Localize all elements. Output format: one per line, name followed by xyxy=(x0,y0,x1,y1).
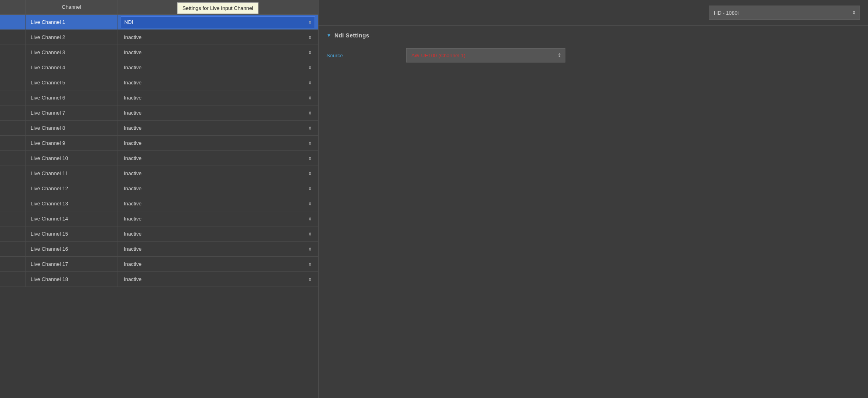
channel-column-label: Channel xyxy=(62,4,81,10)
row-channel-name: Live Channel 17 xyxy=(26,257,117,271)
row-type-cell: InactiveNDIRTSPCapture CardFile xyxy=(117,45,318,60)
row-number xyxy=(0,196,26,211)
resolution-select[interactable]: HD - 1080iHD - 720pSD - 480iSD - 576i4K … xyxy=(709,6,860,20)
row-type-cell: InactiveNDIRTSPCapture CardFile xyxy=(117,151,318,166)
type-select[interactable]: InactiveNDIRTSPCapture CardFile xyxy=(121,243,315,255)
row-channel-name: Live Channel 4 xyxy=(26,60,117,75)
row-number xyxy=(0,45,26,60)
type-select[interactable]: InactiveNDIRTSPCapture CardFile xyxy=(121,168,315,179)
row-channel-name: Live Channel 7 xyxy=(26,105,117,120)
source-label: Source xyxy=(326,53,406,59)
type-select[interactable]: InactiveNDIRTSPCapture CardFile xyxy=(121,213,315,225)
row-channel-name: Live Channel 5 xyxy=(26,75,117,90)
row-channel-name: Live Channel 15 xyxy=(26,226,117,241)
col-number-header xyxy=(0,0,26,14)
row-channel-name: Live Channel 11 xyxy=(26,166,117,181)
channel-row[interactable]: Live Channel 12InactiveNDIRTSPCapture Ca… xyxy=(0,181,318,196)
type-select[interactable]: InactiveNDIRTSPCapture CardFile xyxy=(121,16,315,28)
row-channel-name: Live Channel 8 xyxy=(26,121,117,135)
type-select[interactable]: InactiveNDIRTSPCapture CardFile xyxy=(121,31,315,43)
main-container: Channel Type Settings for Live Input Cha… xyxy=(0,0,868,398)
type-column-label: Type xyxy=(212,4,223,10)
channel-row[interactable]: Live Channel 10InactiveNDIRTSPCapture Ca… xyxy=(0,151,318,166)
row-number xyxy=(0,211,26,226)
settings-header: HD - 1080iHD - 720pSD - 480iSD - 576i4K … xyxy=(319,0,868,26)
section-header[interactable]: ▼ Ndi Settings xyxy=(326,32,860,39)
channel-row[interactable]: Live Channel 18InactiveNDIRTSPCapture Ca… xyxy=(0,272,318,287)
row-channel-name: Live Channel 3 xyxy=(26,45,117,60)
channel-row[interactable]: Live Channel 6InactiveNDIRTSPCapture Car… xyxy=(0,90,318,105)
channel-row[interactable]: Live Channel 4InactiveNDIRTSPCapture Car… xyxy=(0,60,318,75)
row-number xyxy=(0,90,26,105)
type-select[interactable]: InactiveNDIRTSPCapture CardFile xyxy=(121,152,315,164)
row-type-cell: InactiveNDIRTSPCapture CardFile xyxy=(117,30,318,45)
ndi-section: ▼ Ndi Settings Source AW-UE100 (Channel … xyxy=(319,26,868,72)
type-select[interactable]: InactiveNDIRTSPCapture CardFile xyxy=(121,273,315,285)
channel-row[interactable]: Live Channel 14InactiveNDIRTSPCapture Ca… xyxy=(0,211,318,226)
row-type-cell: InactiveNDIRTSPCapture CardFile xyxy=(117,257,318,271)
row-type-cell: InactiveNDIRTSPCapture CardFile xyxy=(117,105,318,120)
row-type-cell: InactiveNDIRTSPCapture CardFile xyxy=(117,226,318,241)
channel-row[interactable]: Live Channel 2InactiveNDIRTSPCapture Car… xyxy=(0,30,318,45)
type-select[interactable]: InactiveNDIRTSPCapture CardFile xyxy=(121,258,315,270)
row-type-cell: InactiveNDIRTSPCapture CardFile xyxy=(117,196,318,211)
row-channel-name: Live Channel 13 xyxy=(26,196,117,211)
type-select[interactable]: InactiveNDIRTSPCapture CardFile xyxy=(121,228,315,240)
row-number xyxy=(0,75,26,90)
channel-row[interactable]: Live Channel 11InactiveNDIRTSPCapture Ca… xyxy=(0,166,318,181)
row-type-cell: InactiveNDIRTSPCapture CardFile xyxy=(117,75,318,90)
channel-row[interactable]: Live Channel 17InactiveNDIRTSPCapture Ca… xyxy=(0,257,318,272)
channel-row[interactable]: Live Channel 9InactiveNDIRTSPCapture Car… xyxy=(0,136,318,151)
channel-row[interactable]: Live Channel 1InactiveNDIRTSPCapture Car… xyxy=(0,15,318,30)
type-select[interactable]: InactiveNDIRTSPCapture CardFile xyxy=(121,77,315,89)
col-channel-header: Channel xyxy=(26,0,117,14)
row-number xyxy=(0,121,26,135)
type-select[interactable]: InactiveNDIRTSPCapture CardFile xyxy=(121,137,315,149)
row-number xyxy=(0,15,26,29)
row-number xyxy=(0,151,26,166)
row-type-cell: InactiveNDIRTSPCapture CardFile xyxy=(117,272,318,287)
type-select[interactable]: InactiveNDIRTSPCapture CardFile xyxy=(121,47,315,59)
channel-row[interactable]: Live Channel 8InactiveNDIRTSPCapture Car… xyxy=(0,121,318,136)
row-type-cell: InactiveNDIRTSPCapture CardFile xyxy=(117,136,318,150)
row-type-cell: InactiveNDIRTSPCapture CardFile xyxy=(117,211,318,226)
row-number xyxy=(0,272,26,287)
row-channel-name: Live Channel 1 xyxy=(26,15,117,29)
row-type-cell: InactiveNDIRTSPCapture CardFile xyxy=(117,242,318,256)
row-type-cell: InactiveNDIRTSPCapture CardFile xyxy=(117,166,318,181)
source-select[interactable]: AW-UE100 (Channel 1)NDI Source 2NDI Sour… xyxy=(406,48,565,62)
row-type-cell: InactiveNDIRTSPCapture CardFile xyxy=(117,60,318,75)
ndi-section-title: Ndi Settings xyxy=(334,32,369,39)
row-channel-name: Live Channel 2 xyxy=(26,30,117,45)
row-type-cell: InactiveNDIRTSPCapture CardFile xyxy=(117,181,318,196)
row-number xyxy=(0,242,26,256)
row-number xyxy=(0,60,26,75)
table-header: Channel Type Settings for Live Input Cha… xyxy=(0,0,318,15)
right-panel: HD - 1080iHD - 720pSD - 480iSD - 576i4K … xyxy=(319,0,868,398)
type-select[interactable]: InactiveNDIRTSPCapture CardFile xyxy=(121,122,315,134)
type-select[interactable]: InactiveNDIRTSPCapture CardFile xyxy=(121,107,315,119)
row-channel-name: Live Channel 14 xyxy=(26,211,117,226)
row-number xyxy=(0,181,26,196)
type-select[interactable]: InactiveNDIRTSPCapture CardFile xyxy=(121,183,315,195)
row-channel-name: Live Channel 6 xyxy=(26,90,117,105)
type-select[interactable]: InactiveNDIRTSPCapture CardFile xyxy=(121,198,315,210)
channel-row[interactable]: Live Channel 13InactiveNDIRTSPCapture Ca… xyxy=(0,196,318,211)
channel-row[interactable]: Live Channel 3InactiveNDIRTSPCapture Car… xyxy=(0,45,318,60)
collapse-icon: ▼ xyxy=(326,33,331,38)
row-number xyxy=(0,136,26,150)
row-number xyxy=(0,226,26,241)
row-channel-name: Live Channel 12 xyxy=(26,181,117,196)
channel-row[interactable]: Live Channel 16InactiveNDIRTSPCapture Ca… xyxy=(0,242,318,257)
channel-row[interactable]: Live Channel 5InactiveNDIRTSPCapture Car… xyxy=(0,75,318,90)
type-select[interactable]: InactiveNDIRTSPCapture CardFile xyxy=(121,62,315,74)
left-panel: Channel Type Settings for Live Input Cha… xyxy=(0,0,319,398)
type-select[interactable]: InactiveNDIRTSPCapture CardFile xyxy=(121,92,315,104)
channel-row[interactable]: Live Channel 15InactiveNDIRTSPCapture Ca… xyxy=(0,226,318,242)
row-number xyxy=(0,166,26,181)
row-channel-name: Live Channel 9 xyxy=(26,136,117,150)
resolution-select-wrapper: HD - 1080iHD - 720pSD - 480iSD - 576i4K … xyxy=(709,6,860,20)
row-type-cell: InactiveNDIRTSPCapture CardFile xyxy=(117,121,318,135)
channel-row[interactable]: Live Channel 7InactiveNDIRTSPCapture Car… xyxy=(0,105,318,121)
row-channel-name: Live Channel 16 xyxy=(26,242,117,256)
